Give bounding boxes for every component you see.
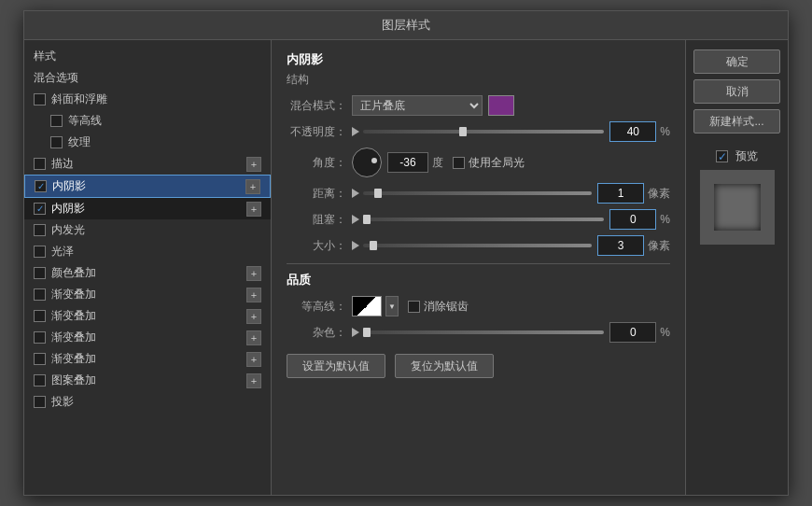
- style-label: 样式: [34, 49, 56, 64]
- color-swatch[interactable]: [488, 95, 514, 116]
- anti-alias-label[interactable]: 消除锯齿: [408, 299, 469, 315]
- blend-mode-label: 混合模式：: [287, 98, 352, 114]
- inner-shadow-checkbox[interactable]: ✓: [35, 180, 47, 192]
- gradient-overlay2-plus-btn[interactable]: +: [246, 309, 261, 324]
- distance-slider-arrow[interactable]: [352, 189, 359, 198]
- contour-checkbox[interactable]: [50, 115, 63, 127]
- choke-input[interactable]: [609, 209, 656, 230]
- drop-shadow-checkbox[interactable]: [34, 396, 46, 408]
- gradient-overlay2-checkbox[interactable]: [34, 310, 46, 322]
- color-overlay-label: 颜色叠加: [51, 265, 96, 281]
- set-default-btn[interactable]: 设置为默认值: [287, 354, 385, 378]
- quality-contour-label: 等高线：: [287, 299, 352, 315]
- choke-slider-arrow[interactable]: [352, 215, 359, 224]
- distance-input[interactable]: [597, 183, 644, 204]
- opacity-slider-arrow[interactable]: [352, 127, 359, 136]
- anti-alias-checkbox[interactable]: [408, 301, 420, 313]
- contour-label: 等高线: [68, 113, 102, 129]
- color-overlay-plus-btn[interactable]: +: [246, 266, 261, 281]
- sidebar-item-blend[interactable]: 混合选项: [24, 67, 271, 89]
- sidebar-item-contour[interactable]: 等高线: [24, 110, 271, 132]
- contour-preview[interactable]: [352, 296, 382, 316]
- noise-unit: %: [660, 326, 670, 339]
- choke-slider-track[interactable]: [363, 218, 604, 221]
- inner-shadow2-label: 内阴影: [51, 201, 85, 217]
- gradient-overlay1-plus-btn[interactable]: +: [246, 288, 261, 302]
- global-light-label[interactable]: 使用全局光: [453, 155, 525, 171]
- size-unit: 像素: [648, 238, 670, 254]
- size-slider-container: [352, 241, 592, 250]
- noise-row: 杂色： %: [287, 322, 670, 343]
- satin-checkbox[interactable]: [34, 246, 46, 258]
- sidebar-item-color-overlay[interactable]: 颜色叠加 +: [24, 262, 271, 284]
- size-slider-track[interactable]: [363, 244, 592, 247]
- opacity-label: 不透明度：: [287, 124, 352, 140]
- opacity-slider-track[interactable]: [363, 130, 604, 134]
- inner-shadow2-checkbox[interactable]: ✓: [34, 203, 46, 215]
- angle-dial[interactable]: [352, 148, 382, 177]
- sidebar-item-stroke[interactable]: 描边 +: [24, 153, 271, 175]
- pattern-overlay-plus-btn[interactable]: +: [246, 373, 261, 388]
- sidebar-item-satin[interactable]: 光泽: [24, 241, 271, 262]
- sidebar-item-style[interactable]: 样式: [24, 46, 271, 67]
- quality-contour-row: 等高线： ▼ 消除锯齿: [287, 296, 670, 316]
- preview-label: 预览: [735, 148, 758, 164]
- blend-mode-select[interactable]: 正片叠底: [352, 95, 483, 116]
- left-panel: 样式 混合选项 斜面和浮雕 等高线 纹理: [24, 40, 272, 495]
- right-panel: 确定 取消 新建样式... ✓ 预览: [685, 40, 788, 495]
- stroke-checkbox[interactable]: [34, 158, 46, 170]
- ok-button[interactable]: 确定: [693, 49, 780, 74]
- gradient-overlay3-plus-btn[interactable]: +: [246, 330, 261, 345]
- angle-dot: [371, 158, 377, 163]
- angle-unit: 度: [432, 155, 443, 171]
- sidebar-item-drop-shadow[interactable]: 投影: [24, 391, 271, 413]
- pattern-overlay-checkbox[interactable]: [34, 374, 46, 387]
- preview-checkbox[interactable]: ✓: [716, 150, 728, 162]
- sidebar-item-inner-shadow[interactable]: ✓ 内阴影 +: [24, 175, 271, 198]
- color-overlay-checkbox[interactable]: [34, 267, 46, 279]
- choke-slider-container: [352, 215, 604, 224]
- global-light-checkbox[interactable]: [453, 157, 465, 169]
- gradient-overlay1-checkbox[interactable]: [34, 288, 46, 301]
- angle-input[interactable]: [387, 152, 428, 173]
- preview-area: ✓ 预览: [693, 148, 780, 245]
- sidebar-item-gradient-overlay1[interactable]: 渐变叠加 +: [24, 284, 271, 305]
- opacity-input[interactable]: [609, 121, 656, 142]
- gradient-overlay3-checkbox[interactable]: [34, 331, 46, 344]
- middle-panel: 内阴影 结构 混合模式： 正片叠底 不透明度：: [272, 40, 685, 495]
- divider: [287, 263, 670, 264]
- sidebar-item-inner-shadow2[interactable]: ✓ 内阴影 +: [24, 198, 271, 219]
- noise-input[interactable]: [609, 322, 656, 343]
- inner-shadow-plus-btn[interactable]: +: [245, 179, 260, 194]
- size-row: 大小： 像素: [287, 235, 670, 256]
- blend-mode-row: 混合模式： 正片叠底: [287, 95, 670, 116]
- gradient-overlay4-checkbox[interactable]: [34, 353, 46, 365]
- noise-slider-arrow[interactable]: [352, 328, 359, 337]
- inner-glow-checkbox[interactable]: [34, 224, 46, 236]
- new-style-button[interactable]: 新建样式...: [693, 109, 780, 134]
- size-slider-arrow[interactable]: [352, 241, 359, 250]
- distance-slider-track[interactable]: [363, 191, 592, 195]
- sidebar-item-pattern-overlay[interactable]: 图案叠加 +: [24, 370, 271, 391]
- inner-shadow2-plus-btn[interactable]: +: [246, 202, 261, 217]
- sidebar-item-inner-glow[interactable]: 内发光: [24, 219, 271, 241]
- texture-checkbox[interactable]: [50, 136, 63, 148]
- cancel-button[interactable]: 取消: [693, 79, 780, 104]
- contour-dropdown[interactable]: ▼: [385, 296, 399, 316]
- distance-unit: 像素: [648, 186, 670, 202]
- noise-slider-track[interactable]: [363, 330, 604, 334]
- stroke-plus-btn[interactable]: +: [246, 157, 261, 172]
- reset-default-btn[interactable]: 复位为默认值: [395, 354, 494, 378]
- sidebar-item-bevel[interactable]: 斜面和浮雕: [24, 89, 271, 110]
- satin-label: 光泽: [51, 244, 74, 260]
- size-input[interactable]: [597, 235, 644, 256]
- sidebar-item-gradient-overlay4[interactable]: 渐变叠加 +: [24, 348, 271, 370]
- bevel-checkbox[interactable]: [34, 93, 46, 105]
- opacity-unit: %: [660, 125, 670, 138]
- sidebar-item-gradient-overlay3[interactable]: 渐变叠加 +: [24, 327, 271, 348]
- sidebar-item-texture[interactable]: 纹理: [24, 132, 271, 153]
- gradient-overlay2-label: 渐变叠加: [51, 308, 96, 324]
- gradient-overlay4-plus-btn[interactable]: +: [246, 352, 261, 367]
- gradient-overlay1-label: 渐变叠加: [51, 287, 96, 302]
- sidebar-item-gradient-overlay2[interactable]: 渐变叠加 +: [24, 305, 271, 327]
